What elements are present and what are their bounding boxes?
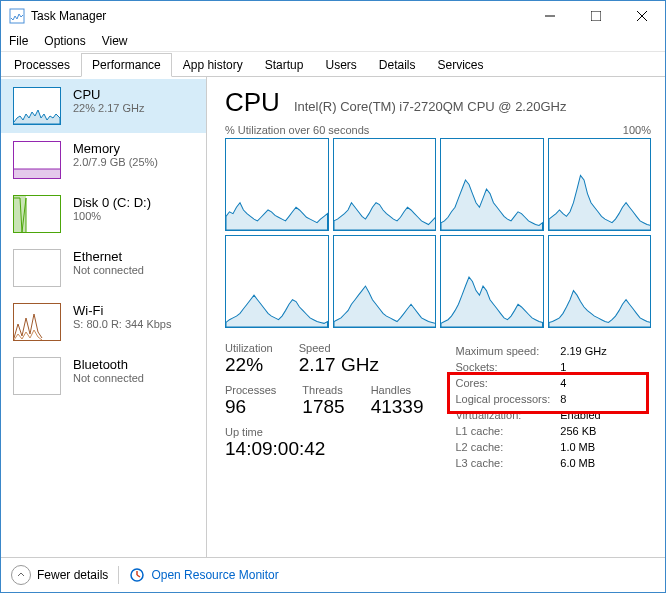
cpu-stats-secondary: Maximum speed:2.19 GHzSockets:1Cores:4Lo… (453, 342, 616, 472)
tabstrip: Processes Performance App history Startu… (1, 52, 665, 77)
sidebar-item-label: Ethernet (73, 249, 144, 264)
cpu-graph-cell (225, 138, 329, 231)
utilization-label: Utilization (225, 342, 273, 354)
cpu-model: Intel(R) Core(TM) i7-2720QM CPU @ 2.20GH… (294, 99, 567, 114)
stat-value: 2.19 GHz (560, 344, 614, 358)
stat-label: Sockets: (455, 360, 558, 374)
tab-details[interactable]: Details (368, 53, 427, 77)
table-row: Logical processors:8 (455, 392, 614, 406)
sidebar-item-sub: Not connected (73, 264, 144, 276)
sidebar-item-label: Wi-Fi (73, 303, 171, 318)
uptime-label: Up time (225, 426, 423, 438)
open-resource-monitor-link[interactable]: Open Resource Monitor (129, 567, 278, 583)
stat-value: Enabled (560, 408, 614, 422)
stat-label: Maximum speed: (455, 344, 558, 358)
table-row: L1 cache:256 KB (455, 424, 614, 438)
tab-processes[interactable]: Processes (3, 53, 81, 77)
svg-marker-11 (549, 175, 651, 230)
sidebar-item-sub: Not connected (73, 372, 144, 384)
sidebar-item-ethernet[interactable]: EthernetNot connected (1, 241, 206, 295)
fewer-details-button[interactable]: Fewer details (11, 565, 108, 585)
cpu-graph-cell (548, 235, 652, 328)
sidebar-item-sub: S: 80.0 R: 344 Kbps (73, 318, 171, 330)
chevron-up-icon (11, 565, 31, 585)
threads-value: 1785 (302, 396, 344, 418)
cpu-graph-cell (225, 235, 329, 328)
svg-marker-15 (549, 291, 651, 327)
sidebar-item-label: Bluetooth (73, 357, 144, 372)
cpu-stats-primary: Utilization22% Speed2.17 GHz Processes96… (225, 342, 423, 472)
stat-label: Logical processors: (455, 392, 558, 406)
uptime-value: 14:09:00:42 (225, 438, 423, 460)
performance-sidebar: CPU22% 2.17 GHz Memory2.0/7.9 GB (25%) D… (1, 77, 207, 557)
cpu-thumb-icon (13, 87, 61, 125)
task-manager-window: Task Manager File Options View Processes… (0, 0, 666, 593)
page-title: CPU (225, 87, 280, 118)
memory-thumb-icon (13, 141, 61, 179)
sidebar-item-label: Memory (73, 141, 158, 156)
svg-rect-2 (591, 11, 601, 21)
cpu-graph-cell (333, 235, 437, 328)
svg-marker-12 (226, 295, 328, 327)
tab-users[interactable]: Users (314, 53, 367, 77)
cpu-graph-cell (333, 138, 437, 231)
wifi-thumb-icon (13, 303, 61, 341)
tab-performance[interactable]: Performance (81, 53, 172, 77)
sidebar-item-cpu[interactable]: CPU22% 2.17 GHz (1, 79, 206, 133)
svg-marker-14 (441, 277, 543, 327)
table-row: Maximum speed:2.19 GHz (455, 344, 614, 358)
tab-startup[interactable]: Startup (254, 53, 315, 77)
stat-value: 1.0 MB (560, 440, 614, 454)
svg-marker-9 (334, 203, 436, 230)
sidebar-item-memory[interactable]: Memory2.0/7.9 GB (25%) (1, 133, 206, 187)
table-row: Cores:4 (455, 376, 614, 390)
svg-marker-8 (226, 203, 328, 230)
stat-value: 256 KB (560, 424, 614, 438)
menu-file[interactable]: File (9, 34, 28, 48)
window-title: Task Manager (31, 9, 527, 23)
handles-label: Handles (371, 384, 424, 396)
stat-label: L1 cache: (455, 424, 558, 438)
stat-label: Virtualization: (455, 408, 558, 422)
processes-value: 96 (225, 396, 276, 418)
graph-label-right: 100% (623, 124, 651, 136)
app-icon (9, 8, 25, 24)
tab-services[interactable]: Services (427, 53, 495, 77)
table-row: L2 cache:1.0 MB (455, 440, 614, 454)
sidebar-item-label: CPU (73, 87, 145, 102)
minimize-button[interactable] (527, 1, 573, 31)
tab-app-history[interactable]: App history (172, 53, 254, 77)
open-resource-monitor-label: Open Resource Monitor (151, 568, 278, 582)
table-row: Sockets:1 (455, 360, 614, 374)
menu-options[interactable]: Options (44, 34, 85, 48)
maximize-button[interactable] (573, 1, 619, 31)
threads-label: Threads (302, 384, 344, 396)
sidebar-item-bluetooth[interactable]: BluetoothNot connected (1, 349, 206, 403)
menubar: File Options View (1, 31, 665, 52)
utilization-value: 22% (225, 354, 273, 376)
menu-view[interactable]: View (102, 34, 128, 48)
titlebar[interactable]: Task Manager (1, 1, 665, 31)
ethernet-thumb-icon (13, 249, 61, 287)
svg-marker-13 (334, 286, 436, 327)
table-row: Virtualization:Enabled (455, 408, 614, 422)
graph-label-left: % Utilization over 60 seconds (225, 124, 369, 136)
table-row: L3 cache:6.0 MB (455, 456, 614, 470)
stat-value: 4 (560, 376, 614, 390)
cpu-graph-cell (440, 138, 544, 231)
cpu-graphs-grid[interactable] (225, 138, 651, 328)
cpu-graph-cell (440, 235, 544, 328)
cpu-graph-cell (548, 138, 652, 231)
stat-value: 8 (560, 392, 614, 406)
handles-value: 41339 (371, 396, 424, 418)
svg-rect-5 (14, 169, 60, 178)
performance-detail: CPU Intel(R) Core(TM) i7-2720QM CPU @ 2.… (207, 77, 665, 557)
separator (118, 566, 119, 584)
sidebar-item-sub: 22% 2.17 GHz (73, 102, 145, 114)
stat-label: L2 cache: (455, 440, 558, 454)
sidebar-item-label: Disk 0 (C: D:) (73, 195, 151, 210)
sidebar-item-wifi[interactable]: Wi-FiS: 80.0 R: 344 Kbps (1, 295, 206, 349)
sidebar-item-sub: 100% (73, 210, 151, 222)
sidebar-item-disk[interactable]: Disk 0 (C: D:)100% (1, 187, 206, 241)
close-button[interactable] (619, 1, 665, 31)
